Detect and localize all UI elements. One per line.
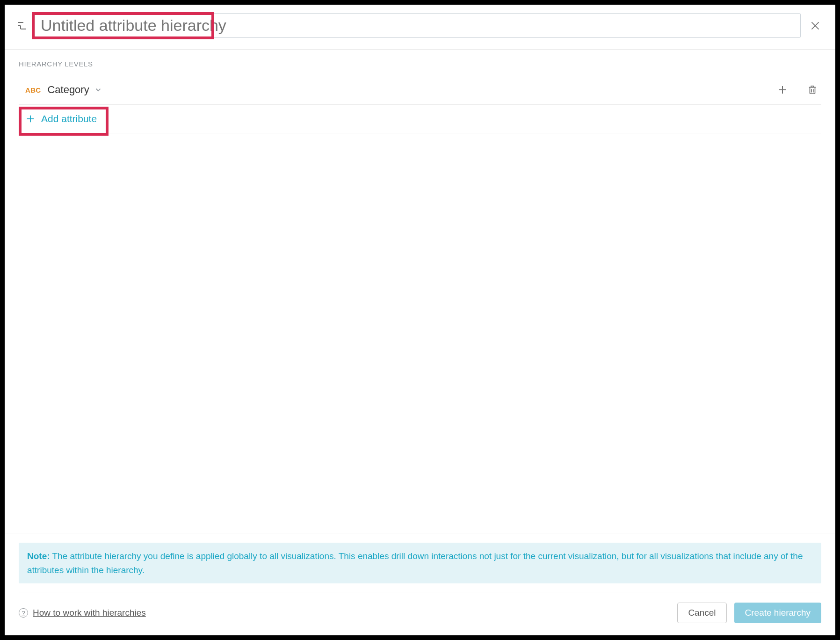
- section-label: HIERARCHY LEVELS: [19, 60, 821, 68]
- trash-icon: [807, 85, 818, 95]
- help-link[interactable]: ? How to work with hierarchies: [19, 608, 146, 618]
- plus-icon: [25, 114, 36, 124]
- attribute-type-badge: ABC: [25, 86, 41, 94]
- cancel-button[interactable]: Cancel: [677, 603, 726, 623]
- dialog-header: [5, 5, 835, 50]
- hierarchy-icon: [17, 20, 28, 31]
- help-link-label: How to work with hierarchies: [33, 608, 146, 618]
- level-name: Category: [47, 84, 89, 96]
- note-banner: Note: The attribute hierarchy you define…: [19, 543, 821, 583]
- footer-bar: ? How to work with hierarchies Cancel Cr…: [19, 592, 821, 623]
- add-attribute-button[interactable]: Add attribute: [19, 105, 821, 133]
- chevron-down-icon[interactable]: [94, 86, 102, 94]
- hierarchy-dialog: HIERARCHY LEVELS ABC Category: [5, 5, 835, 635]
- close-button[interactable]: [807, 18, 823, 34]
- add-level-button[interactable]: [775, 83, 789, 97]
- dialog-body: HIERARCHY LEVELS ABC Category: [5, 50, 835, 533]
- close-icon: [809, 20, 821, 32]
- help-icon: ?: [19, 608, 28, 618]
- note-text: The attribute hierarchy you define is ap…: [27, 551, 803, 575]
- plus-icon: [777, 84, 788, 95]
- dialog-footer: Note: The attribute hierarchy you define…: [5, 533, 835, 635]
- level-row[interactable]: ABC Category: [19, 78, 821, 105]
- delete-level-button[interactable]: [805, 83, 819, 97]
- add-attribute-label: Add attribute: [41, 113, 97, 124]
- create-hierarchy-button[interactable]: Create hierarchy: [734, 603, 821, 623]
- hierarchy-title-input[interactable]: [35, 13, 801, 38]
- note-prefix: Note:: [27, 551, 50, 561]
